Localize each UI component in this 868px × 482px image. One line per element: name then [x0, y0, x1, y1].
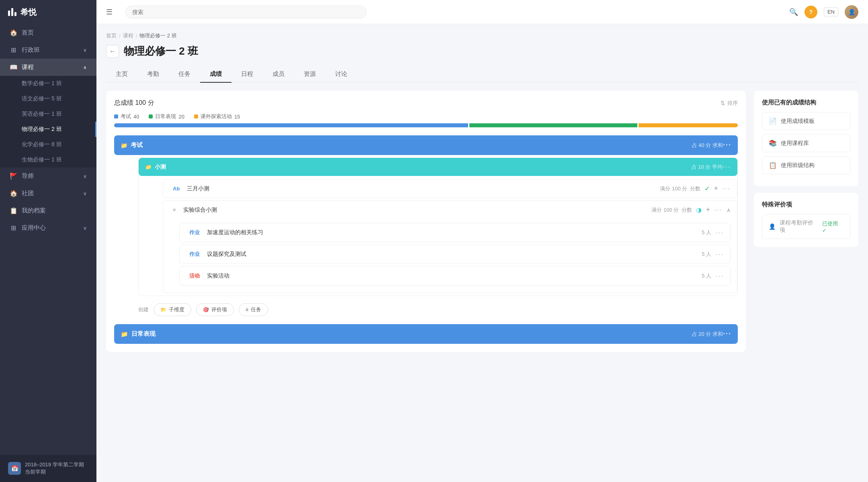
- add-icon-2[interactable]: +: [706, 206, 710, 214]
- help-button[interactable]: ?: [805, 6, 817, 18]
- use-template-label: 使用成绩模板: [781, 118, 815, 125]
- legend-daily-value: 20: [178, 114, 184, 120]
- sidebar-item-teacher[interactable]: 🚩 导师 ∨: [0, 167, 96, 185]
- app-center-icon: ⊞: [10, 224, 17, 232]
- progress-exam: [114, 123, 468, 127]
- legend-extra: 课外探索活动 15: [194, 113, 240, 120]
- activity-1-more[interactable]: ···: [715, 272, 724, 280]
- type-activity-1: 活动: [186, 272, 203, 280]
- legend-extra-value: 15: [234, 114, 240, 120]
- progress-extra: [639, 123, 738, 127]
- course-library-icon: 📚: [769, 139, 777, 147]
- breadcrumb-course[interactable]: 课程: [123, 32, 133, 39]
- search-icon[interactable]: 🔍: [789, 8, 798, 16]
- breadcrumb-sep-2: /: [136, 33, 137, 39]
- sidebar-item-home[interactable]: 🏠 首页: [0, 24, 96, 41]
- create-evaluation-label: 评价项: [211, 306, 227, 313]
- legend-daily: 日常表现 20: [149, 113, 184, 120]
- sidebar-item-math[interactable]: 数学必修一 1 班: [0, 76, 96, 91]
- create-task-btn[interactable]: ≡ 任务: [239, 303, 268, 316]
- folder-icon-quiz: 📁: [145, 164, 151, 170]
- hw-2-meta: 5 人: [702, 251, 711, 258]
- hw-2-more[interactable]: ···: [715, 250, 724, 259]
- hw-1-more[interactable]: ···: [715, 229, 724, 237]
- tab-home[interactable]: 主页: [106, 66, 137, 83]
- sidebar-item-label: 导师: [22, 172, 78, 180]
- more-dots-icon[interactable]: ···: [722, 184, 731, 193]
- assignment-type-ab: Ab: [170, 185, 183, 192]
- breadcrumb-sep-1: /: [119, 33, 121, 39]
- attendance-icon: 👤: [769, 223, 776, 230]
- tab-grade[interactable]: 成绩: [200, 66, 231, 83]
- tab-discussion[interactable]: 讨论: [326, 66, 357, 83]
- assignment-march-quiz: Ab 三月小测 满分 100 分 分数 ✓ + ···: [163, 179, 737, 198]
- tab-attendance[interactable]: 考勤: [137, 66, 169, 83]
- category-exam-title: 考试: [131, 141, 689, 149]
- hw-1-name: 加速度运动的相关练习: [207, 229, 698, 236]
- tabs: 主页 考勤 任务 成绩 日程 成员 资源 讨论: [106, 66, 858, 83]
- avatar[interactable]: 👤: [845, 5, 858, 19]
- create-evaluation-btn[interactable]: 🎯 评价项: [196, 303, 234, 316]
- sub-item-quiz: 📁 小测 占 10 分 平均 ··· Ab 三月小测: [138, 157, 738, 296]
- assignment-container-1: Ab 三月小测 满分 100 分 分数 ✓ + ···: [139, 176, 737, 293]
- sub-item-quiz-more[interactable]: ···: [723, 163, 731, 171]
- sidebar-item-chinese[interactable]: 语文必修一 5 班: [0, 91, 96, 106]
- special-section: 特殊评价项 👤 课程考勤评价项 已使用 ✓: [754, 193, 858, 247]
- special-attendance-item: 👤 课程考勤评价项 已使用 ✓: [762, 214, 850, 239]
- topbar: ☰ 🔍 ? EN 👤: [96, 0, 868, 24]
- search-input[interactable]: [125, 6, 366, 18]
- category-exam-more[interactable]: ···: [723, 141, 731, 149]
- use-template-btn[interactable]: 📄 使用成绩模板: [762, 112, 850, 130]
- sort-button[interactable]: ⇅ 排序: [721, 100, 738, 107]
- back-button[interactable]: ←: [106, 45, 119, 58]
- sidebar-item-chemistry[interactable]: 化学必修一 8 班: [0, 137, 96, 152]
- create-sub-dimension-btn[interactable]: 📁 子维度: [154, 303, 191, 316]
- progress-daily: [469, 123, 637, 127]
- sidebar-item-physics[interactable]: 物理必修一 2 班: [0, 122, 96, 137]
- lang-switch[interactable]: EN: [824, 7, 838, 16]
- use-course-library-btn[interactable]: 📚 使用课程库: [762, 134, 850, 152]
- tab-schedule[interactable]: 日程: [231, 66, 263, 83]
- breadcrumb-home[interactable]: 首页: [106, 32, 117, 39]
- more-dots-icon-2[interactable]: ···: [714, 206, 723, 214]
- sidebar-item-label: 行政班: [22, 46, 78, 54]
- collapse-icon[interactable]: ∧: [727, 207, 731, 213]
- category-daily-more[interactable]: ···: [723, 330, 731, 338]
- assignment-hw-1: 作业 加速度运动的相关练习 5 人 ···: [179, 223, 731, 242]
- folder-icon-daily: 📁: [121, 331, 128, 338]
- sidebar-item-english[interactable]: 英语必修一 1 班: [0, 106, 96, 122]
- sidebar-item-club[interactable]: 🏠 社团 ∨: [0, 185, 96, 202]
- use-class-structure-btn[interactable]: 📋 使用班级结构: [762, 156, 850, 174]
- tab-task[interactable]: 任务: [169, 66, 200, 83]
- tab-member[interactable]: 成员: [263, 66, 294, 83]
- sidebar-nav: 🏠 首页 ⊞ 行政班 ∨ 📖 课程 ∧ 数学必修一 1 班 语文必修一 5 班 …: [0, 24, 96, 455]
- add-icon[interactable]: +: [714, 184, 718, 193]
- sidebar-item-app-center[interactable]: ⊞ 应用中心 ∨: [0, 219, 96, 237]
- legend-exam-label: 考试: [121, 113, 131, 120]
- grade-card: 总成绩 100 分 ⇅ 排序 考试 40: [106, 91, 746, 352]
- sidebar-item-label: 课程: [22, 63, 78, 71]
- sub-items-exam: 📁 小测 占 10 分 平均 ··· Ab 三月小测: [138, 157, 738, 296]
- topbar-actions: 🔍 ? EN 👤: [789, 5, 858, 19]
- sidebar-item-profile[interactable]: 📋 我的档案: [0, 202, 96, 219]
- legend-exam: 考试 40: [114, 113, 139, 120]
- grade-total: 总成绩 100 分: [114, 99, 154, 107]
- tab-resource[interactable]: 资源: [294, 66, 326, 83]
- sidebar-item-course[interactable]: 📖 课程 ∧: [0, 59, 96, 76]
- special-attendance-label: 课程考勤评价项: [780, 219, 818, 234]
- template-icon: 📄: [769, 117, 777, 125]
- use-class-structure-label: 使用班级结构: [781, 162, 815, 169]
- legend-dot-exam: [114, 114, 118, 118]
- list-icon: ≡: [246, 307, 248, 312]
- chevron-down-icon: ∨: [83, 47, 87, 53]
- class-structure-icon: 📋: [769, 161, 777, 169]
- sidebar-item-biology[interactable]: 生物必修一 1 班: [0, 152, 96, 167]
- avatar-image: 👤: [845, 5, 858, 19]
- term-info: 2018–2019 学年第二学期 当前学期: [25, 461, 84, 476]
- menu-icon[interactable]: ☰: [106, 8, 113, 16]
- assignment-lab-name: 实验综合小测: [183, 206, 648, 214]
- sidebar-item-admin-class[interactable]: ⊞ 行政班 ∨: [0, 41, 96, 59]
- category-exam-header: 📁 考试 占 40 分 求和 ···: [114, 135, 738, 155]
- teacher-icon: 🚩: [10, 172, 17, 180]
- half-moon-icon: ◑: [696, 206, 702, 214]
